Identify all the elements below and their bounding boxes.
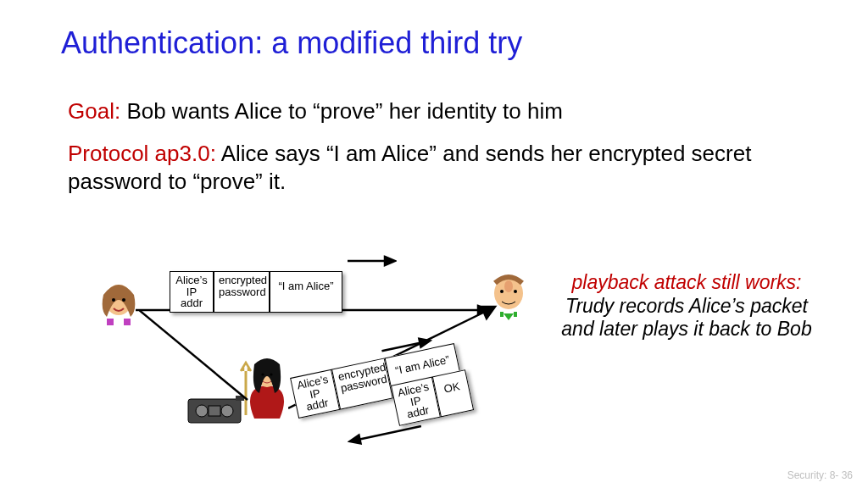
slide-footer: Security: 8- 36 xyxy=(787,469,853,481)
svg-line-29 xyxy=(359,426,420,439)
svg-point-7 xyxy=(500,290,504,293)
slide-title: Authentication: a modified third try xyxy=(61,25,522,61)
svg-point-1 xyxy=(112,298,115,302)
svg-point-16 xyxy=(196,405,208,417)
svg-point-2 xyxy=(122,298,125,302)
svg-point-13 xyxy=(270,373,272,375)
arrow-reply-back xyxy=(348,424,424,446)
svg-point-17 xyxy=(221,405,233,417)
goal-line: Goal: Bob wants Alice to “prove” her ide… xyxy=(68,97,814,125)
svg-line-27 xyxy=(381,343,420,352)
packet-cell: Alice’s IP addr xyxy=(170,271,214,313)
svg-rect-4 xyxy=(124,319,131,325)
note-emphasis: playback attack still works: xyxy=(572,271,802,293)
svg-marker-26 xyxy=(481,307,495,319)
protocol-label: Protocol ap3.0: xyxy=(68,141,216,166)
svg-point-6 xyxy=(504,280,513,292)
svg-marker-28 xyxy=(419,336,431,347)
protocol-line: Protocol ap3.0: Alice says “I am Alice” … xyxy=(68,140,814,195)
attack-note: playback attack still works: Trudy recor… xyxy=(559,271,814,341)
svg-line-24 xyxy=(139,310,248,400)
note-body: Trudy records Alice’s packet and later p… xyxy=(561,295,811,341)
svg-marker-23 xyxy=(385,257,395,265)
packet-cell: “I am Alice” xyxy=(270,271,342,313)
svg-rect-18 xyxy=(209,406,220,416)
packet-alice: Alice’s IP addr encrypted password “I am… xyxy=(170,271,342,313)
svg-marker-30 xyxy=(349,435,361,446)
goal-text: Bob wants Alice to “prove” her identity … xyxy=(120,98,563,124)
diagram: Alice’s IP addr encrypted password “I am… xyxy=(68,246,542,458)
arrow-packet-forward xyxy=(348,254,397,268)
svg-rect-3 xyxy=(107,319,114,325)
svg-point-12 xyxy=(261,373,264,375)
svg-point-8 xyxy=(514,290,517,293)
svg-rect-10 xyxy=(514,312,517,317)
packet-cell: encrypted password xyxy=(214,271,270,313)
goal-label: Goal: xyxy=(68,98,120,124)
line-intercept xyxy=(139,305,258,407)
svg-rect-9 xyxy=(500,312,504,317)
